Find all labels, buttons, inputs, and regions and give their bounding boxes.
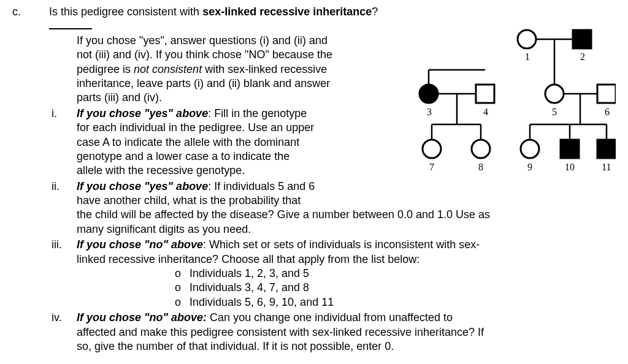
pedigree-diagram: 1 2 3 4 5 6 (407, 23, 616, 186)
option-3: oIndividuals 5, 6, 9, 10, and 11 (77, 295, 616, 309)
ped-label-7: 7 (429, 162, 434, 172)
ped-label-9: 9 (527, 162, 532, 172)
ped-label-1: 1 (525, 51, 530, 62)
answer-blank[interactable] (49, 28, 92, 29)
option-2: oIndividuals 3, 4, 7, and 8 (77, 281, 616, 295)
svg-point-24 (521, 140, 539, 158)
svg-rect-26 (597, 140, 616, 158)
svg-point-6 (419, 85, 438, 103)
ped-label-3: 3 (427, 107, 432, 117)
option-1: oIndividuals 1, 2, 3, and 5 (77, 267, 616, 281)
question-letter: c. (12, 5, 49, 19)
svg-point-10 (545, 85, 564, 103)
svg-rect-12 (597, 85, 616, 103)
sub-question-iii: iii. If you chose "no" above: Which set … (49, 238, 616, 309)
svg-rect-3 (573, 30, 591, 48)
sub-question-i: i. If you chose "yes" above: Fill in the… (49, 107, 401, 178)
intro-text: If you chose "yes", answer questions (i)… (49, 34, 401, 105)
ped-label-8: 8 (478, 162, 483, 172)
svg-rect-8 (476, 85, 494, 103)
ped-label-2: 2 (580, 51, 585, 62)
sub-question-ii-cont: the child will be affected by the diseas… (49, 208, 616, 237)
svg-rect-25 (561, 140, 579, 158)
sub-question-iv: iv. If you chose "no" above: Can you cha… (49, 311, 616, 354)
ped-label-6: 6 (605, 107, 610, 117)
svg-point-17 (423, 140, 441, 158)
ped-label-5: 5 (552, 107, 557, 117)
ped-label-11: 11 (602, 162, 611, 172)
sub-question-ii: ii. If you chose "yes" above: If individ… (49, 180, 401, 208)
svg-point-2 (518, 30, 536, 48)
ped-label-4: 4 (483, 107, 488, 117)
svg-point-18 (472, 140, 490, 158)
question-text-block: Is this pedigree consistent with sex-lin… (49, 5, 401, 208)
main-question: Is this pedigree consistent with sex-lin… (49, 5, 401, 34)
ped-label-10: 10 (565, 162, 575, 172)
